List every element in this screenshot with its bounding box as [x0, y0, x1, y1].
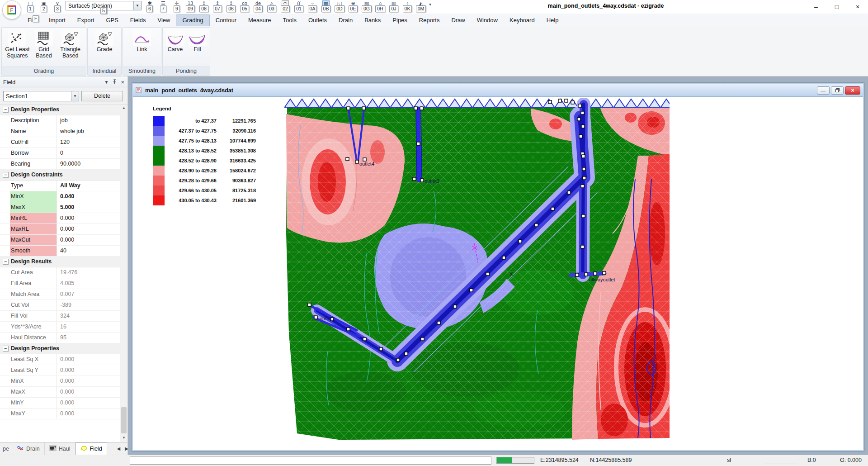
doc-restore-button[interactable] [831, 86, 844, 95]
app-menu-button[interactable]: F [2, 0, 21, 19]
collapse-icon[interactable] [3, 291, 9, 297]
property-value[interactable]: 120 [57, 137, 120, 147]
menu-tab[interactable]: Drain [333, 15, 359, 26]
close-button[interactable]: × [847, 0, 868, 13]
menu-tab[interactable]: Draw [445, 15, 471, 26]
scroll-up-icon[interactable]: ▲ [120, 105, 127, 112]
tab-drain[interactable]: Drain [12, 442, 45, 455]
qat-button[interactable]: ▨ 0G [361, 0, 372, 12]
property-value[interactable]: 0.000 [57, 398, 120, 408]
collapse-icon[interactable] [3, 118, 9, 124]
property-row[interactable]: MaxY 0.000 [0, 409, 120, 419]
collapse-icon[interactable] [3, 313, 9, 319]
property-row[interactable]: MinX 0.040 [0, 191, 120, 202]
command-input[interactable] [130, 456, 491, 465]
menu-tab[interactable]: View [152, 15, 176, 26]
property-row[interactable]: MinY 0.000 [0, 398, 120, 409]
property-row[interactable]: Haul Distance 95 [0, 333, 120, 343]
property-value[interactable] [63, 170, 120, 180]
qat-button[interactable]: ↥ 06 [226, 0, 236, 12]
qat-button[interactable]: ▢ 1 [25, 0, 36, 12]
qat-button[interactable]: ◱ 0D [334, 0, 345, 12]
collapse-icon[interactable] [3, 237, 9, 243]
collapse-icon[interactable] [3, 226, 9, 232]
collapse-icon[interactable] [3, 378, 9, 384]
surface-combo[interactable]: Surface5 (Design) ▼ 5 [66, 1, 142, 10]
property-row[interactable]: Least Sq Y 0.000 [0, 365, 120, 376]
property-row[interactable]: Match Area 0.007 [0, 289, 120, 300]
collapse-icon[interactable]: − [3, 346, 9, 352]
carve-button[interactable]: Carve [164, 29, 186, 67]
grade-button[interactable]: Grade [89, 29, 120, 67]
grid-based-button[interactable]: GridBased [32, 29, 57, 67]
property-value[interactable]: 0.007 [57, 289, 120, 300]
property-row[interactable]: Description job [0, 115, 120, 126]
property-row[interactable]: − Design Properties [0, 343, 120, 354]
qat-button[interactable]: ⊕ 0E [348, 0, 359, 12]
property-value[interactable]: 0.000 [57, 354, 120, 365]
property-row[interactable]: Cut Vol -389 [0, 300, 120, 311]
property-value[interactable]: 324 [57, 311, 120, 321]
delete-button[interactable]: Delete [81, 91, 123, 101]
collapse-icon[interactable] [3, 215, 9, 221]
property-row[interactable]: Name whole job [0, 126, 120, 137]
qat-button[interactable]: ◬ 03 [266, 0, 277, 12]
property-value[interactable]: 5.000 [57, 202, 120, 213]
property-value[interactable]: 0 [57, 148, 120, 158]
collapse-icon[interactable] [3, 389, 9, 395]
collapse-icon[interactable] [3, 411, 9, 417]
menu-tab[interactable]: Grading [176, 14, 209, 26]
chevron-down-icon[interactable]: ▼ [71, 91, 79, 101]
qat-button[interactable]: ↥ 08 [198, 0, 209, 12]
property-row[interactable]: Cut Area 19.476 [0, 267, 120, 278]
menu-tab[interactable]: Fields [124, 15, 152, 26]
collapse-icon[interactable]: − [3, 107, 9, 113]
qat-overflow-button[interactable]: ▾ [429, 2, 431, 7]
minimize-button[interactable]: – [806, 0, 826, 13]
qat-button[interactable]: de 04 [253, 0, 264, 12]
property-row[interactable]: Yds**3/Acre 16 [0, 322, 120, 333]
property-value[interactable] [59, 343, 120, 354]
property-value[interactable]: 19.476 [57, 267, 120, 278]
property-row[interactable]: − Design Results [0, 257, 120, 267]
property-row[interactable]: MinX 0.000 [0, 376, 120, 387]
collapse-icon[interactable] [3, 324, 9, 330]
collapse-icon[interactable] [3, 150, 9, 156]
property-value[interactable]: 0.000 [57, 224, 120, 234]
property-value[interactable]: 0.000 [57, 376, 120, 386]
tab-scroll-left-icon[interactable]: ◀ [117, 446, 121, 451]
property-row[interactable]: − Design Constraints [0, 170, 120, 181]
qat-button[interactable]: ⌣ 0A [307, 0, 318, 12]
property-row[interactable]: Cut/Fill 120 [0, 137, 120, 148]
collapse-icon[interactable] [3, 367, 9, 373]
qat-button[interactable]: ◠ 02 [280, 0, 291, 12]
property-row[interactable]: − Design Properties [0, 105, 120, 115]
property-row[interactable]: MaxCut 0.000 [0, 235, 120, 246]
qat-button[interactable]: ✱ 6 [144, 0, 155, 12]
property-row[interactable]: MaxRL 0.000 [0, 224, 120, 235]
property-value[interactable] [59, 105, 120, 115]
document-title-bar[interactable]: main_pond_outlets_4way.cdsdat — × [133, 84, 863, 97]
collapse-icon[interactable] [3, 139, 9, 145]
collapse-icon[interactable] [3, 194, 9, 200]
doc-close-button[interactable]: × [845, 86, 860, 95]
property-value[interactable]: 0.000 [57, 409, 120, 419]
menu-tab[interactable]: Import [43, 15, 71, 26]
maximize-button[interactable]: □ [826, 0, 847, 13]
panel-scrollbar[interactable]: ▲ ▼ [120, 105, 127, 442]
property-row[interactable]: MaxX 0.000 [0, 387, 120, 398]
qat-button[interactable]: ↑ 0K [402, 0, 413, 12]
panel-menu-icon[interactable]: ▼ [104, 80, 109, 85]
tab-haul[interactable]: Haul [45, 442, 75, 455]
property-value[interactable]: 95 [57, 333, 120, 343]
property-row[interactable]: Least Sq X 0.000 [0, 354, 120, 365]
collapse-icon[interactable] [3, 128, 9, 134]
section-combo[interactable]: Section1 ▼ [3, 91, 79, 101]
menu-tab[interactable]: Tools [277, 15, 302, 26]
qat-button[interactable]: ▥ 0J [388, 0, 399, 12]
qat-button[interactable]: ✛ 9 [171, 0, 182, 12]
menu-tab[interactable]: Window [471, 15, 504, 26]
pin-icon[interactable] [112, 79, 117, 85]
collapse-icon[interactable] [3, 270, 9, 276]
qat-button[interactable]: ▦ 0B [321, 0, 331, 12]
